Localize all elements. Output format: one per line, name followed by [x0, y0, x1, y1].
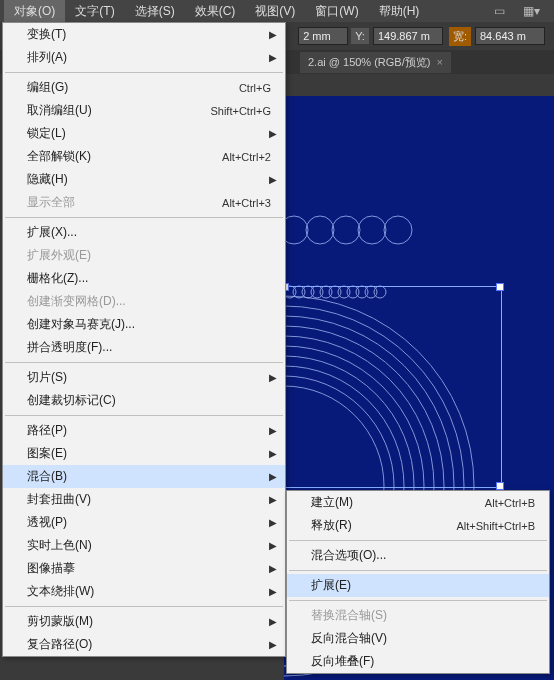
object-menu-item[interactable]: 扩展(X)...	[3, 221, 285, 244]
menubar: 对象(O) 文字(T) 选择(S) 效果(C) 视图(V) 窗口(W) 帮助(H…	[0, 0, 554, 22]
menu-window[interactable]: 窗口(W)	[305, 0, 368, 23]
close-icon[interactable]: ×	[436, 56, 442, 68]
arrange-icon[interactable]: ▦▾	[522, 3, 540, 19]
object-menu-item[interactable]: 全部解锁(K)Alt+Ctrl+2	[3, 145, 285, 168]
blend-submenu-item[interactable]: 建立(M)Alt+Ctrl+B	[287, 491, 549, 514]
object-menu-item[interactable]: 排列(A)▶	[3, 46, 285, 69]
menu-item-label: 切片(S)	[27, 369, 275, 386]
menu-item-label: 扩展(X)...	[27, 224, 275, 241]
menu-item-label: 创建对象马赛克(J)...	[27, 316, 275, 333]
object-menu-item[interactable]: 隐藏(H)▶	[3, 168, 285, 191]
object-menu-separator	[5, 217, 283, 218]
object-menu-item[interactable]: 混合(B)▶	[3, 465, 285, 488]
object-menu-item: 扩展外观(E)	[3, 244, 285, 267]
object-menu-item[interactable]: 复合路径(O)▶	[3, 633, 285, 656]
menu-item-label: 扩展(E)	[311, 577, 539, 594]
object-menu-item[interactable]: 实时上色(N)▶	[3, 534, 285, 557]
object-menu-item[interactable]: 锁定(L)▶	[3, 122, 285, 145]
object-menu-item[interactable]: 路径(P)▶	[3, 419, 285, 442]
menu-item-label: 透视(P)	[27, 514, 275, 531]
object-menu-dropdown: 变换(T)▶排列(A)▶编组(G)Ctrl+G取消编组(U)Shift+Ctrl…	[2, 22, 286, 657]
object-menu-item: 创建渐变网格(D)...	[3, 290, 285, 313]
menu-item-label: 建立(M)	[311, 494, 485, 511]
svg-point-15	[374, 286, 386, 298]
menu-select[interactable]: 选择(S)	[125, 0, 185, 23]
submenu-arrow-icon: ▶	[269, 494, 277, 505]
submenu-arrow-icon: ▶	[269, 586, 277, 597]
menu-item-label: 图案(E)	[27, 445, 275, 462]
selection-handle-ne[interactable]	[496, 283, 504, 291]
svg-point-2	[332, 216, 360, 244]
y-input[interactable]: 149.867 m	[373, 27, 443, 45]
object-menu-item[interactable]: 变换(T)▶	[3, 23, 285, 46]
menu-item-label: 全部解锁(K)	[27, 148, 222, 165]
tab-label: 2.ai @ 150% (RGB/预览)	[308, 55, 430, 70]
submenu-arrow-icon: ▶	[269, 52, 277, 63]
object-menu-item[interactable]: 切片(S)▶	[3, 366, 285, 389]
menu-item-label: 路径(P)	[27, 422, 275, 439]
object-menu-item[interactable]: 取消编组(U)Shift+Ctrl+G	[3, 99, 285, 122]
submenu-arrow-icon: ▶	[269, 517, 277, 528]
blend-submenu-item[interactable]: 释放(R)Alt+Shift+Ctrl+B	[287, 514, 549, 537]
menu-item-label: 混合选项(O)...	[311, 547, 539, 564]
svg-point-0	[284, 216, 308, 244]
width-label: 宽:	[449, 27, 471, 46]
blend-submenu-separator	[289, 540, 547, 541]
blend-submenu-separator	[289, 600, 547, 601]
object-menu-item[interactable]: 栅格化(Z)...	[3, 267, 285, 290]
submenu-arrow-icon: ▶	[269, 448, 277, 459]
menu-item-shortcut: Alt+Shift+Ctrl+B	[456, 520, 535, 532]
svg-point-1	[306, 216, 334, 244]
object-menu-item[interactable]: 封套扭曲(V)▶	[3, 488, 285, 511]
menu-item-label: 拼合透明度(F)...	[27, 339, 275, 356]
object-menu-item[interactable]: 创建裁切标记(C)	[3, 389, 285, 412]
submenu-arrow-icon: ▶	[269, 616, 277, 627]
object-menu-item[interactable]: 文本绕排(W)▶	[3, 580, 285, 603]
workspace-icon[interactable]: ▭	[490, 3, 508, 19]
menu-item-label: 扩展外观(E)	[27, 247, 275, 264]
menu-item-label: 替换混合轴(S)	[311, 607, 539, 624]
object-menu-item[interactable]: 创建对象马赛克(J)...	[3, 313, 285, 336]
menu-effect[interactable]: 效果(C)	[185, 0, 246, 23]
menu-item-label: 复合路径(O)	[27, 636, 275, 653]
submenu-arrow-icon: ▶	[269, 639, 277, 650]
selection-handle-se[interactable]	[496, 482, 504, 490]
object-menu-item[interactable]: 剪切蒙版(M)▶	[3, 610, 285, 633]
menu-text[interactable]: 文字(T)	[65, 0, 124, 23]
menu-item-label: 显示全部	[27, 194, 222, 211]
submenu-arrow-icon: ▶	[269, 29, 277, 40]
object-menu-item[interactable]: 编组(G)Ctrl+G	[3, 76, 285, 99]
svg-point-4	[384, 216, 412, 244]
menu-item-label: 编组(G)	[27, 79, 239, 96]
menu-item-label: 图像描摹	[27, 560, 275, 577]
width-input[interactable]: 84.643 m	[475, 27, 545, 45]
blend-submenu-item[interactable]: 反向混合轴(V)	[287, 627, 549, 650]
menu-item-shortcut: Alt+Ctrl+3	[222, 197, 271, 209]
object-menu-item: 显示全部Alt+Ctrl+3	[3, 191, 285, 214]
menu-item-label: 释放(R)	[311, 517, 456, 534]
submenu-arrow-icon: ▶	[269, 563, 277, 574]
menu-help[interactable]: 帮助(H)	[369, 0, 430, 23]
document-tab[interactable]: 2.ai @ 150% (RGB/预览) ×	[300, 52, 451, 73]
menu-item-label: 混合(B)	[27, 468, 275, 485]
object-menu-item[interactable]: 图案(E)▶	[3, 442, 285, 465]
blend-submenu-item[interactable]: 反向堆叠(F)	[287, 650, 549, 673]
unit-display: 2 mm	[298, 27, 348, 45]
submenu-arrow-icon: ▶	[269, 425, 277, 436]
object-menu-item[interactable]: 透视(P)▶	[3, 511, 285, 534]
menu-item-label: 文本绕排(W)	[27, 583, 275, 600]
object-menu-separator	[5, 72, 283, 73]
menu-item-label: 反向堆叠(F)	[311, 653, 539, 670]
object-menu-separator	[5, 415, 283, 416]
menu-item-shortcut: Ctrl+G	[239, 82, 271, 94]
object-menu-item[interactable]: 图像描摹▶	[3, 557, 285, 580]
menu-item-label: 剪切蒙版(M)	[27, 613, 275, 630]
menu-view[interactable]: 视图(V)	[245, 0, 305, 23]
blend-submenu-item[interactable]: 混合选项(O)...	[287, 544, 549, 567]
menu-object[interactable]: 对象(O)	[4, 0, 65, 23]
blend-submenu: 建立(M)Alt+Ctrl+B释放(R)Alt+Shift+Ctrl+B混合选项…	[286, 490, 550, 674]
menu-item-label: 隐藏(H)	[27, 171, 275, 188]
object-menu-separator	[5, 606, 283, 607]
blend-submenu-item[interactable]: 扩展(E)	[287, 574, 549, 597]
object-menu-item[interactable]: 拼合透明度(F)...	[3, 336, 285, 359]
